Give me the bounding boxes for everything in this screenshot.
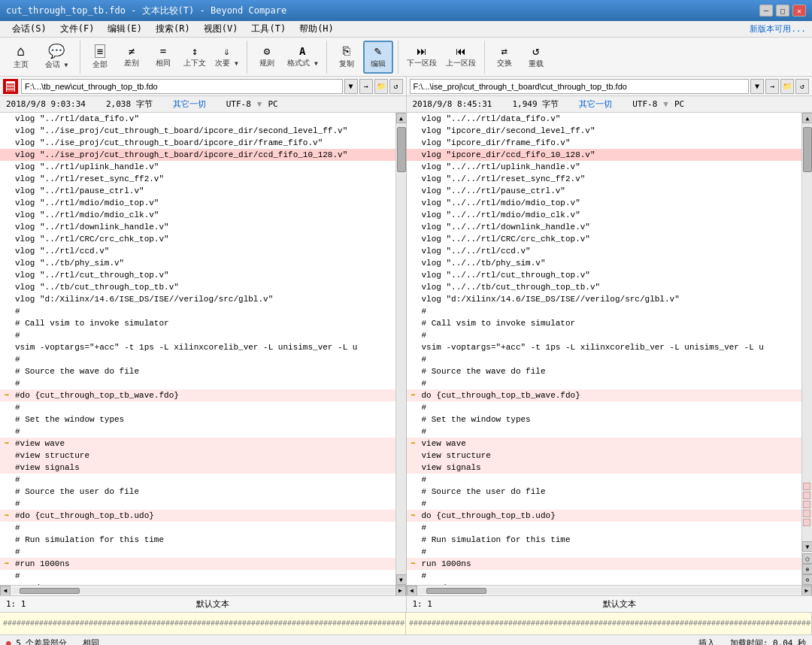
right-scroll-extra1[interactable]: ○ bbox=[802, 553, 812, 564]
status-left: ● 5 个差异部分 相同 bbox=[6, 637, 683, 645]
line-content: # bbox=[14, 570, 395, 582]
toolbar-group-swap: ⇄ 交换 ↺ 重载 bbox=[489, 41, 556, 74]
table-row: vlog "../rtl/CRC/crc_chk_top.v" bbox=[0, 233, 395, 245]
right-scroll-up[interactable]: ▲ bbox=[802, 113, 812, 123]
minimize-button[interactable]: ─ bbox=[759, 5, 773, 17]
toolbar-session-button[interactable]: 💬 会话 ▼ bbox=[38, 41, 75, 74]
line-content: vlog "../../rtl/uplink_handle.v" bbox=[420, 161, 802, 173]
line-content: # bbox=[14, 474, 395, 486]
menu-edit[interactable]: 编辑(E) bbox=[102, 21, 148, 37]
toolbar-minor-button[interactable]: ⇓ 次要 ▼ bbox=[211, 41, 242, 74]
line-content: vlog "../rtl/mdio/mdio_top.v" bbox=[14, 197, 395, 209]
table-row: # bbox=[0, 305, 395, 317]
right-scroll-thumb[interactable] bbox=[803, 127, 812, 172]
toolbar-edit-button[interactable]: ✎ 编辑 bbox=[363, 41, 393, 74]
line-marker bbox=[0, 522, 14, 534]
toolbar-rules-button[interactable]: ⚙ 规则 bbox=[252, 41, 282, 74]
left-path-refresh[interactable]: ↺ bbox=[389, 79, 403, 94]
menu-help[interactable]: 帮助(H) bbox=[293, 21, 340, 37]
left-vscrollbar[interactable]: ▲ ▼ bbox=[395, 113, 406, 585]
line-marker bbox=[0, 245, 14, 257]
right-hscroll-thumb[interactable] bbox=[426, 588, 486, 594]
left-path-input[interactable] bbox=[21, 79, 343, 94]
line-content: vlog "../../rtl/mdio/mdio_clk.v" bbox=[420, 209, 802, 221]
toolbar-group-nav: ⌂ 主页 💬 会话 ▼ bbox=[6, 41, 80, 74]
right-path-folder[interactable]: 📁 bbox=[780, 79, 794, 94]
line-content: #view structure bbox=[14, 450, 395, 462]
right-scroll-track[interactable] bbox=[802, 123, 812, 541]
home-icon: ⌂ bbox=[17, 44, 26, 58]
right-vscrollbar[interactable]: ▲ ▼ ○ ⊕ ⊖ bbox=[801, 113, 812, 585]
right-hscroll-track[interactable] bbox=[419, 588, 801, 594]
menu-session[interactable]: 会话(S) bbox=[6, 21, 53, 37]
toolbar-reload-button[interactable]: ↺ 重载 bbox=[521, 41, 551, 74]
line-content: vlog "../rtl/mdio/mdio_clk.v" bbox=[14, 209, 395, 221]
line-marker bbox=[407, 353, 420, 365]
line-marker: ➡ bbox=[407, 558, 420, 570]
toolbar-home-button[interactable]: ⌂ 主页 bbox=[6, 41, 36, 74]
toolbar-all-button[interactable]: ≡ 全部 bbox=[85, 41, 115, 74]
right-hscroll-left[interactable]: ◀ bbox=[407, 586, 417, 596]
table-row: view signals bbox=[407, 462, 802, 474]
left-scroll-track[interactable] bbox=[396, 123, 406, 574]
toolbar-copy-button[interactable]: ⎘ 复制 bbox=[332, 41, 362, 74]
toolbar-diff-button[interactable]: ≠ 差别 bbox=[117, 41, 147, 74]
toolbar-context-button[interactable]: ↕ 上下文 bbox=[180, 41, 210, 74]
line-content: # bbox=[14, 425, 395, 438]
maximize-button[interactable]: □ bbox=[776, 5, 789, 17]
cursor-bars: 1: 1 默认文本 1: 1 默认文本 bbox=[0, 595, 812, 612]
menu-search[interactable]: 搜索(R) bbox=[150, 21, 196, 37]
bottom-left-diff: ########################################… bbox=[0, 613, 406, 634]
left-hscroll-left[interactable]: ◀ bbox=[0, 586, 11, 596]
left-hscroll-right[interactable]: ▶ bbox=[395, 586, 406, 596]
table-row: vlog "../rtl/ccd.v" bbox=[0, 245, 395, 257]
right-scroll-down[interactable]: ▼ bbox=[802, 541, 812, 552]
line-content: vlog "../rtl/CRC/crc_chk_top.v" bbox=[14, 233, 395, 245]
toolbar-prev-diff-button[interactable]: ⏮ 上一区段 bbox=[442, 41, 480, 74]
right-line-ending[interactable]: PC bbox=[674, 99, 684, 109]
line-content: vlog "../../rtl/data_fifo.v" bbox=[420, 113, 802, 125]
right-path-input[interactable] bbox=[410, 79, 750, 94]
left-hscroll-track[interactable] bbox=[12, 588, 394, 594]
table-row: vlog "../../rtl/pause_ctrl.v" bbox=[407, 185, 802, 197]
right-path-open[interactable]: → bbox=[765, 79, 779, 94]
toolbar-home-label: 主页 bbox=[14, 59, 29, 70]
right-path-dropdown[interactable]: ▼ bbox=[750, 79, 764, 94]
close-button[interactable]: ✕ bbox=[792, 5, 806, 17]
left-line-ending[interactable]: PC bbox=[268, 99, 277, 109]
line-marker bbox=[407, 293, 420, 305]
right-encoding[interactable]: UTF-8 bbox=[632, 99, 657, 109]
toolbar-next-diff-button[interactable]: ⏭ 下一区段 bbox=[403, 41, 441, 74]
toolbar-format-button[interactable]: A 格式式 ▼ bbox=[283, 41, 322, 74]
table-row: vlog "d:/Xilinx/14.6/ISE_DS/ISE//verilog… bbox=[0, 293, 395, 305]
left-path-folder[interactable]: 📁 bbox=[374, 79, 388, 94]
toolbar-same-button[interactable]: = 相同 bbox=[148, 41, 178, 74]
right-scroll-extra2[interactable]: ⊕ bbox=[802, 564, 812, 574]
menu-tools[interactable]: 工具(T) bbox=[245, 21, 292, 37]
line-marker bbox=[407, 582, 420, 585]
toolbar: ⌂ 主页 💬 会话 ▼ ≡ 全部 ≠ 差别 = 相同 ↕ 上下文 ⇓ 次要 ▼ bbox=[0, 38, 812, 77]
left-hscrollbar[interactable]: ◀ ▶ bbox=[0, 585, 406, 595]
menu-file[interactable]: 文件(F) bbox=[54, 21, 101, 37]
right-hscrollbar[interactable]: ◀ ▶ bbox=[407, 585, 813, 595]
line-marker bbox=[407, 329, 420, 341]
status-right: 插入 加载时间: 0.04 秒 bbox=[698, 637, 806, 645]
line-content: vlog "../rtl/uplink_handle.v" bbox=[14, 161, 395, 173]
right-hscroll-right[interactable]: ▶ bbox=[801, 586, 812, 596]
table-row: vlog "../rtl/mdio/mdio_clk.v" bbox=[0, 209, 395, 221]
table-row: vlog "../../rtl/ccd.v" bbox=[407, 245, 802, 257]
left-scroll-thumb[interactable] bbox=[397, 127, 406, 172]
new-version-label[interactable]: 新版本可用... bbox=[750, 23, 806, 35]
left-hscroll-thumb[interactable] bbox=[20, 588, 80, 594]
right-path-refresh[interactable]: ↺ bbox=[795, 79, 809, 94]
menu-view[interactable]: 视图(V) bbox=[198, 21, 244, 37]
left-encoding[interactable]: UTF-8 bbox=[226, 99, 251, 109]
left-scroll-up[interactable]: ▲ bbox=[396, 113, 406, 123]
toolbar-swap-button[interactable]: ⇄ 交换 bbox=[489, 41, 520, 74]
right-scroll-extra3[interactable]: ⊖ bbox=[802, 574, 812, 585]
left-path-dropdown[interactable]: ▼ bbox=[344, 79, 358, 94]
left-scroll-down[interactable]: ▼ bbox=[396, 574, 406, 585]
line-marker bbox=[0, 498, 14, 510]
main-area: vlog "../rtl/data_fifo.v" vlog "../ise_p… bbox=[0, 113, 812, 595]
left-path-open[interactable]: → bbox=[359, 79, 373, 94]
